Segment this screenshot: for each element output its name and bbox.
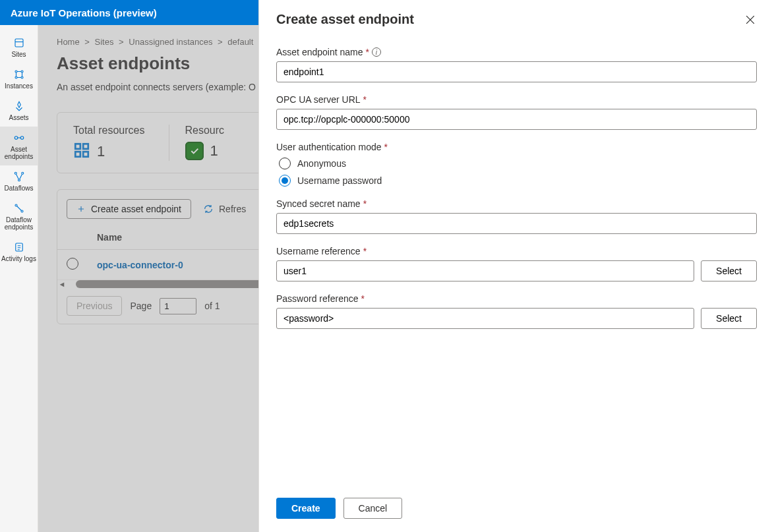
svg-point-7 (15, 172, 16, 174)
endpoint-name-label: Asset endpoint name (276, 47, 363, 57)
nav-assets[interactable]: Assets (0, 95, 38, 127)
svg-point-4 (21, 76, 23, 78)
nav-asset-endpoints[interactable]: Asset endpoints (0, 127, 38, 165)
required-icon: * (366, 47, 369, 57)
sites-icon (13, 37, 25, 49)
password-ref-label: Password reference (276, 293, 359, 304)
svg-rect-0 (15, 39, 23, 47)
username-select-button[interactable]: Select (701, 260, 757, 281)
auth-anonymous-label: Anonymous (297, 158, 346, 169)
secret-name-label: Synced secret name (276, 198, 361, 209)
server-url-label: OPC UA server URL (276, 94, 361, 105)
nav-activity-logs[interactable]: Activity logs (0, 236, 38, 268)
secret-name-input[interactable] (276, 213, 757, 234)
info-icon[interactable]: i (372, 47, 381, 57)
left-nav: Sites Instances Assets Asset endpoints D… (0, 25, 38, 532)
svg-point-5 (15, 136, 18, 140)
nav-dataflow-endpoints-label: Dataflow endpoints (1, 216, 36, 231)
required-icon: * (363, 94, 367, 105)
radio-icon (279, 158, 291, 169)
panel-title: Create asset endpoint (276, 12, 414, 27)
required-icon: * (384, 142, 388, 152)
dataflows-icon (13, 171, 25, 183)
cancel-button[interactable]: Cancel (343, 498, 403, 519)
nav-activity-logs-label: Activity logs (1, 255, 36, 262)
username-ref-input[interactable] (276, 260, 694, 281)
nav-sites-label: Sites (11, 51, 26, 58)
svg-point-8 (21, 172, 23, 174)
activity-logs-icon (13, 241, 25, 253)
auth-usernamepw-label: Username password (297, 175, 382, 186)
auth-anonymous-radio[interactable]: Anonymous (279, 158, 757, 169)
required-icon: * (363, 246, 367, 256)
nav-sites[interactable]: Sites (0, 32, 38, 63)
endpoint-name-input[interactable] (276, 61, 757, 82)
app-title: Azure IoT Operations (preview) (11, 7, 157, 18)
nav-instances[interactable]: Instances (0, 63, 38, 95)
username-ref-label: Username reference (276, 246, 361, 256)
svg-point-1 (15, 71, 17, 73)
svg-point-2 (21, 71, 23, 73)
svg-point-9 (18, 179, 20, 181)
nav-dataflows-label: Dataflows (5, 185, 34, 192)
svg-point-6 (20, 136, 24, 140)
password-select-button[interactable]: Select (701, 308, 757, 329)
nav-asset-endpoints-label: Asset endpoints (1, 146, 36, 160)
nav-assets-label: Assets (9, 114, 28, 121)
create-asset-endpoint-panel: Create asset endpoint Asset endpoint nam… (258, 0, 774, 532)
auth-usernamepw-radio[interactable]: Username password (279, 175, 757, 187)
nav-dataflow-endpoints[interactable]: Dataflow endpoints (0, 197, 38, 236)
nav-dataflows[interactable]: Dataflows (0, 165, 38, 197)
nav-instances-label: Instances (5, 82, 33, 90)
svg-point-3 (15, 76, 17, 78)
instances-icon (13, 69, 25, 80)
password-ref-input[interactable] (276, 308, 694, 329)
create-button[interactable]: Create (276, 498, 336, 519)
required-icon: * (363, 198, 367, 209)
required-icon: * (361, 293, 365, 304)
server-url-input[interactable] (276, 109, 757, 130)
dataflow-endpoints-icon (13, 202, 25, 214)
radio-icon (279, 175, 291, 187)
auth-mode-label: User authentication mode (276, 142, 382, 152)
asset-endpoints-icon (13, 132, 25, 144)
assets-icon (13, 100, 25, 112)
close-icon[interactable] (744, 13, 757, 26)
